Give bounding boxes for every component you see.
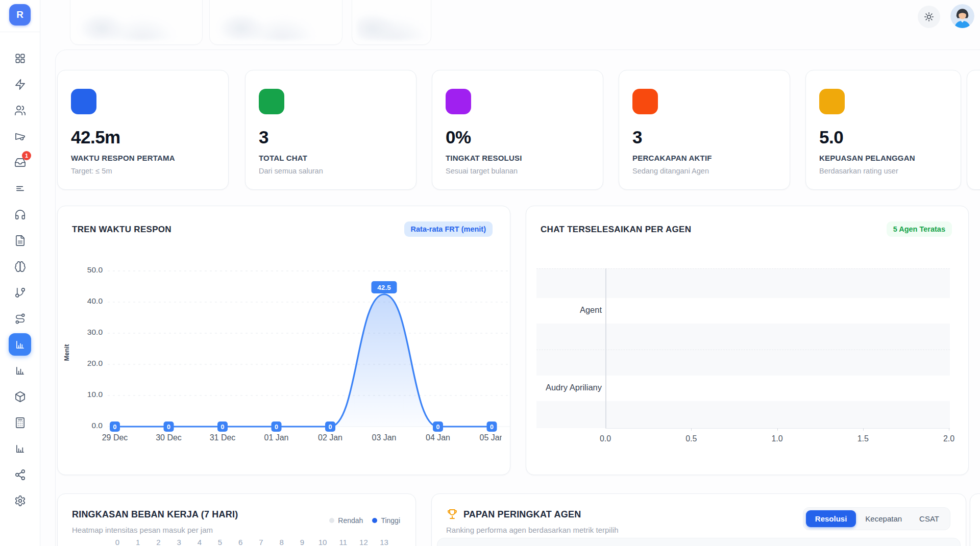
svg-text:0: 0 bbox=[490, 424, 494, 431]
next-card-sliver bbox=[970, 493, 980, 546]
stat-card: 3PERCAKAPAN AKTIFSedang ditangani Agen bbox=[619, 70, 790, 190]
sidebar-item-statistics[interactable] bbox=[9, 437, 31, 460]
hour-label: 8 bbox=[279, 538, 283, 546]
sidebar-item-documents[interactable] bbox=[9, 229, 31, 252]
stat-subtext: Dari semua saluran bbox=[259, 167, 416, 175]
sidebar-divider bbox=[0, 32, 40, 32]
analytics-dashboard: R 1 42.5mWAKTU RESPON PERTAMATarget: ≤ 5… bbox=[0, 0, 980, 546]
legend-item: Rendah bbox=[329, 516, 363, 525]
stat-accent-icon bbox=[259, 89, 284, 114]
response-trend-card: TREN WAKTU RESPON Rata-rata FRT (menit) … bbox=[57, 206, 510, 475]
sidebar-item-support[interactable] bbox=[9, 203, 31, 226]
y-axis-line bbox=[605, 268, 606, 428]
x-axis-tick: 04 Jan bbox=[426, 433, 450, 442]
stat-card: 3TOTAL CHATDari semua saluran bbox=[245, 70, 416, 190]
sidebar-item-dashboard[interactable] bbox=[9, 47, 31, 69]
ghost-card bbox=[209, 0, 342, 45]
stat-card: 42.5mWAKTU RESPON PERTAMATarget: ≤ 5m bbox=[57, 70, 229, 190]
sidebar-item-workflows[interactable] bbox=[9, 307, 31, 330]
hour-label: 7 bbox=[259, 538, 263, 546]
tab-resolusi[interactable]: Resolusi bbox=[806, 510, 856, 527]
box-icon bbox=[14, 391, 26, 403]
stat-value: 3 bbox=[259, 127, 416, 147]
tab-csat[interactable]: CSAT bbox=[911, 510, 947, 527]
x-axis-tick: 1.0 bbox=[771, 434, 782, 443]
svg-text:0: 0 bbox=[436, 424, 440, 431]
sidebar-item-inbox[interactable]: 1 bbox=[9, 151, 31, 173]
x-axis-tick: 1.5 bbox=[857, 434, 869, 443]
x-axis-tick: 0.0 bbox=[600, 434, 611, 443]
user-avatar[interactable] bbox=[950, 4, 974, 28]
sidebar-item-analytics[interactable] bbox=[9, 333, 31, 356]
sidebar-nav: 1 bbox=[0, 47, 40, 515]
ghost-card bbox=[70, 0, 203, 45]
card-subtitle: Ranking performa agen berdasarkan metrik… bbox=[446, 526, 619, 534]
users-icon bbox=[14, 105, 26, 116]
axis-tick-mark bbox=[691, 428, 692, 431]
next-stat-card-sliver bbox=[967, 70, 980, 190]
metric-tabs: ResolusiKecepatanCSAT bbox=[803, 507, 950, 530]
frt-average-badge: Rata-rata FRT (menit) bbox=[404, 221, 493, 237]
sidebar-item-billing[interactable] bbox=[9, 411, 31, 434]
sidebar-item-products[interactable] bbox=[9, 385, 31, 408]
stat-accent-icon bbox=[446, 89, 471, 114]
x-axis-tick: 30 Dec bbox=[156, 433, 182, 442]
gridline bbox=[536, 350, 950, 350]
sidebar-item-ai[interactable] bbox=[9, 255, 31, 278]
sidebar-item-contacts[interactable] bbox=[9, 99, 31, 121]
chart-title: CHAT TERSELESAIKAN PER AGEN bbox=[541, 225, 691, 235]
x-axis-tick: 2.0 bbox=[943, 434, 954, 443]
card-title: PAPAN PERINGKAT AGEN bbox=[463, 509, 581, 520]
stat-card: 0%TINGKAT RESOLUSISesuai target bulanan bbox=[432, 70, 603, 190]
sidebar-item-branches[interactable] bbox=[9, 281, 31, 304]
stat-accent-icon bbox=[71, 89, 96, 114]
stat-value: 0% bbox=[446, 127, 603, 147]
sidebar-item-sharing[interactable] bbox=[9, 463, 31, 486]
card-subtitle: Heatmap intensitas pesan masuk per jam bbox=[72, 526, 213, 534]
svg-text:0: 0 bbox=[167, 424, 170, 431]
stat-label: KEPUASAN PELANGGAN bbox=[819, 154, 961, 162]
sidebar-item-automation[interactable] bbox=[9, 73, 31, 95]
chats-per-agent-card: CHAT TERSELESAIKAN PER AGEN 5 Agen Terat… bbox=[526, 206, 969, 475]
sidebar-item-reports[interactable] bbox=[9, 359, 31, 382]
zap-icon bbox=[14, 79, 26, 90]
stat-subtext: Sesuai target bulanan bbox=[446, 167, 603, 175]
hour-label: 12 bbox=[359, 538, 368, 546]
trophy-icon bbox=[446, 508, 458, 522]
route-icon bbox=[14, 313, 26, 325]
gridline bbox=[536, 268, 950, 269]
app-logo[interactable]: R bbox=[9, 4, 31, 26]
dashboard-icon bbox=[14, 53, 26, 64]
hour-label: 2 bbox=[156, 538, 160, 546]
sidebar-item-filters[interactable] bbox=[9, 177, 31, 200]
x-axis-tick: 03 Jan bbox=[372, 433, 396, 442]
theme-toggle-button[interactable] bbox=[918, 6, 940, 28]
notification-badge: 1 bbox=[22, 151, 31, 160]
sidebar-item-settings[interactable] bbox=[9, 489, 31, 512]
line-chart-svg: 0000042.500 bbox=[108, 265, 510, 438]
brain-icon bbox=[14, 261, 26, 272]
sidebar-item-broadcast[interactable] bbox=[9, 125, 31, 147]
hour-label: 13 bbox=[380, 538, 388, 546]
svg-text:0: 0 bbox=[221, 424, 225, 431]
y-axis-tick: 50.0 bbox=[71, 265, 103, 275]
legend-dot bbox=[329, 518, 334, 523]
x-axis-labels: 29 Dec30 Dec31 Dec01 Jan02 Jan03 Jan04 J… bbox=[93, 433, 502, 446]
stat-label: WAKTU RESPON PERTAMA bbox=[71, 154, 228, 162]
legend-dot bbox=[372, 518, 377, 523]
stat-value: 3 bbox=[632, 127, 790, 147]
x-axis-tick: 29 Dec bbox=[102, 433, 128, 442]
hour-label: 5 bbox=[218, 538, 222, 546]
x-axis-tick: 31 Dec bbox=[210, 433, 236, 442]
stat-subtext: Target: ≤ 5m bbox=[71, 167, 228, 175]
tab-kecepatan[interactable]: Kecepatan bbox=[857, 510, 910, 527]
leaderboard-list-panel bbox=[437, 538, 961, 546]
hour-label: 1 bbox=[136, 538, 140, 546]
svg-text:42.5: 42.5 bbox=[377, 284, 391, 291]
hour-label: 3 bbox=[177, 538, 181, 546]
heatmap-legend: RendahTinggi bbox=[329, 516, 400, 525]
stat-subtext: Sedang ditangani Agen bbox=[632, 167, 790, 175]
share-icon bbox=[14, 469, 26, 481]
stat-label: TOTAL CHAT bbox=[259, 154, 416, 162]
headphones-icon bbox=[14, 209, 26, 220]
